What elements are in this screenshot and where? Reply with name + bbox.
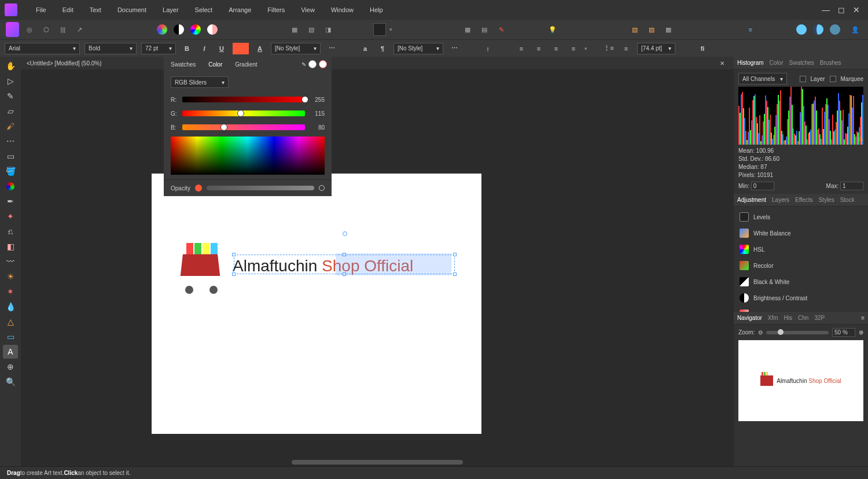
tab-swatches[interactable]: Swatches (168, 59, 198, 70)
close-icon[interactable]: ✕ (853, 5, 860, 14)
menu-window[interactable]: Window (323, 3, 362, 17)
boolean-subtract-icon[interactable] (812, 22, 825, 37)
align-justify-button[interactable]: ≡ (567, 42, 580, 55)
zoom-slider[interactable] (766, 331, 829, 334)
stroke-button[interactable]: A (253, 42, 266, 55)
menu-arrange[interactable]: Arrange (220, 3, 259, 17)
para-style-dropdown[interactable]: [No Style]▾ (393, 43, 443, 54)
tab-xfm[interactable]: Xfm (768, 315, 778, 321)
tab-histo-color[interactable]: Color (770, 60, 784, 66)
tab-effects[interactable]: Effects (795, 197, 812, 203)
canvas-area[interactable]: Almaftuchin Shop Official (21, 69, 734, 466)
tab-stock[interactable]: Stock (840, 197, 855, 203)
tab-his[interactable]: His (784, 315, 792, 321)
zoom-out-icon[interactable]: ⊖ (758, 329, 763, 336)
healing-tool-icon[interactable]: ✦ (3, 209, 18, 223)
selection-quick-icon[interactable]: ◨ (322, 22, 335, 37)
account-icon[interactable]: 👤 (849, 22, 862, 37)
persona-tone-icon[interactable]: ||| (56, 22, 69, 37)
tab-histo-brushes[interactable]: Brushes (820, 60, 841, 66)
persona-liquify-icon[interactable]: ◎ (23, 22, 36, 37)
tab-chn[interactable]: Chn (798, 315, 808, 321)
brush-tool-icon[interactable]: 🖌 (3, 119, 18, 133)
color-mode-dropdown[interactable]: RGB Sliders▾ (171, 76, 229, 88)
list-number-button[interactable]: ≡ (620, 42, 632, 55)
menu-help[interactable]: Help (362, 3, 391, 17)
font-family-dropdown[interactable]: Arial▾ (5, 43, 80, 54)
ligature-button[interactable]: fi (696, 42, 709, 55)
blue-slider[interactable] (182, 124, 305, 130)
flood-tool-icon[interactable]: 🪣 (3, 164, 18, 178)
document-tab[interactable]: <Untitled> [Modified] (50.0%) ✕ (21, 57, 734, 69)
min-input[interactable] (751, 182, 774, 190)
swatch-button[interactable] (155, 22, 168, 37)
align-panel-icon[interactable]: ≡ (744, 22, 757, 37)
max-input[interactable] (840, 182, 863, 190)
text-tool-icon[interactable]: A (3, 345, 18, 359)
background-swatch[interactable] (319, 60, 327, 68)
list-bullet-button[interactable]: ⋮≡ (602, 42, 615, 55)
adjustment-posterize[interactable]: Posterize (734, 306, 868, 312)
opacity-slider[interactable] (207, 186, 314, 190)
doc-remove-icon[interactable]: ▩ (661, 22, 675, 37)
maximize-icon[interactable]: ◻ (838, 5, 845, 14)
paragraph-button[interactable]: ¶ (376, 42, 389, 55)
align-right-button[interactable]: ≡ (550, 42, 562, 55)
gradient-tool-icon[interactable] (3, 179, 18, 193)
horizontal-scrollbar[interactable] (21, 458, 734, 466)
adjustment-levels[interactable]: Levels (734, 209, 868, 225)
tab-histogram[interactable]: Histogram (737, 60, 764, 66)
menu-edit[interactable]: Edit (54, 3, 82, 17)
smudge-tool-icon[interactable]: 〰 (3, 255, 18, 268)
foreground-swatch[interactable] (308, 60, 317, 68)
underline-button[interactable]: U (215, 42, 228, 55)
crop-mode-icon[interactable] (373, 22, 386, 37)
font-size-dropdown[interactable]: 72 pt▾ (141, 43, 176, 54)
menu-document[interactable]: Document (109, 3, 155, 17)
menu-layer[interactable]: Layer (155, 3, 187, 17)
adjustment-white-balance[interactable]: White Balance (734, 225, 868, 241)
tab-styles[interactable]: Styles (818, 197, 834, 203)
boolean-add-icon[interactable] (795, 22, 808, 37)
channel-dropdown[interactable]: All Channels▾ (738, 73, 787, 84)
text-fill-swatch[interactable] (233, 43, 249, 54)
tab-navigator[interactable]: Navigator (737, 315, 762, 321)
menu-filters[interactable]: Filters (259, 3, 293, 17)
menu-text[interactable]: Text (82, 3, 109, 17)
nav-menu-icon[interactable]: ≡ (861, 315, 865, 321)
tab-layers[interactable]: Layers (772, 197, 789, 203)
zoom-in-icon[interactable]: ⊕ (859, 329, 863, 336)
marquee-tool-icon[interactable]: ▭ (3, 149, 18, 163)
auto-correct-icon[interactable]: ✎ (495, 22, 508, 37)
green-slider[interactable] (182, 110, 305, 116)
selection-refine-icon[interactable]: ▧ (304, 22, 318, 37)
persona-photo-icon[interactable] (6, 22, 19, 37)
doc-duplicate-icon[interactable]: ▨ (645, 22, 658, 37)
artboard[interactable]: Almaftuchin Shop Official (152, 174, 481, 434)
color-wheel-icon[interactable] (189, 22, 202, 37)
doc-add-icon[interactable]: ▧ (628, 22, 641, 37)
crop-tool-icon[interactable]: ▱ (3, 104, 18, 118)
eyedropper-icon[interactable]: ✎ (301, 61, 306, 68)
color-field[interactable] (171, 137, 325, 175)
tab-32p[interactable]: 32P (814, 315, 825, 321)
shape-tool-icon[interactable]: ▭ (3, 330, 18, 344)
navigator-preview[interactable]: Almaftuchin Shop Official (738, 340, 863, 421)
selection-marquee-icon[interactable]: ▦ (288, 22, 301, 37)
adjustment-recolor[interactable]: Recolor (734, 257, 868, 274)
char-panel-button[interactable]: ⋯ (325, 42, 338, 55)
rotation-handle-icon[interactable] (343, 231, 347, 236)
case-button[interactable]: a (359, 42, 372, 55)
align-center-button[interactable]: ≡ (532, 42, 545, 55)
dodge-tool-icon[interactable]: ☀ (3, 270, 18, 283)
leading-dropdown[interactable]: [74.4 pt]▾ (637, 43, 675, 54)
italic-button[interactable]: I (198, 42, 211, 55)
char-style-dropdown[interactable]: [No Style]▾ (271, 43, 321, 54)
boolean-intersect-icon[interactable] (829, 22, 842, 37)
tab-color[interactable]: Color (206, 59, 225, 70)
tab-gradient[interactable]: Gradient (233, 59, 259, 70)
zoom-tool-icon[interactable]: 🔍 (3, 375, 18, 389)
mesh-tool-icon[interactable]: ⊕ (3, 360, 18, 374)
minimize-icon[interactable]: — (822, 5, 830, 14)
tab-close-icon[interactable]: ✕ (716, 60, 728, 67)
